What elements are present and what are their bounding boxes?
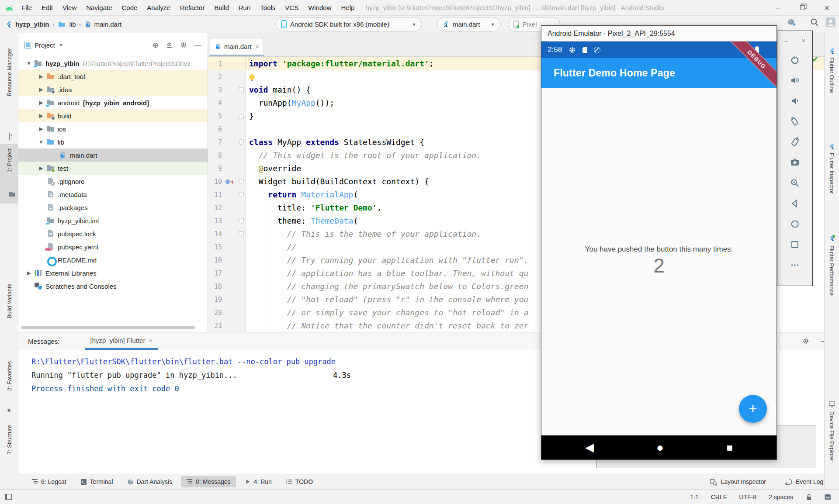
overview-icon[interactable]	[789, 239, 801, 250]
minimize-window-button[interactable]: –	[766, 0, 790, 16]
nav-back-button[interactable]: ◀	[585, 441, 594, 454]
breadcrumb-lib[interactable]: lib	[69, 21, 76, 28]
tree-item-android[interactable]: ▶android[hyzp_yibin_android]	[18, 96, 208, 109]
tree-item-test[interactable]: ▶test	[18, 162, 208, 175]
tool-button-todo[interactable]: TODO	[281, 476, 318, 487]
volume-up-icon[interactable]	[789, 75, 801, 86]
tool-button-4-run[interactable]: 4: Run	[239, 476, 277, 487]
close-tab-icon[interactable]: ×	[256, 43, 259, 50]
more-icon[interactable]	[789, 259, 801, 271]
console-command-link[interactable]: R:\Flutter\FlutterSDK\flutter\bin\flutte…	[31, 357, 233, 366]
tool-button-6-logcat[interactable]: 6: Logcat	[26, 476, 72, 487]
caret-position[interactable]: 1:1	[690, 494, 698, 501]
tool-button-structure[interactable]: 7: Structure	[6, 425, 12, 454]
menu-refactor[interactable]: Refactor	[175, 4, 210, 11]
tool-button-favorites[interactable]: 2: Favorites	[6, 361, 12, 391]
tool-button-dart-analysis[interactable]: Dart Analysis	[122, 476, 178, 487]
fold-marker-icon[interactable]	[239, 87, 244, 93]
collapse-all-icon[interactable]	[166, 42, 173, 48]
increment-fab-button[interactable]: +	[739, 395, 767, 423]
tree-collapsed-arrow-icon[interactable]: ▶	[36, 73, 46, 79]
screenshot-icon[interactable]	[789, 157, 801, 168]
tree-collapsed-arrow-icon[interactable]: ▶	[24, 270, 34, 276]
tool-button-event-log[interactable]: Event Log	[785, 478, 823, 485]
tool-button-project-active[interactable]: 1: Project	[0, 144, 18, 204]
tree-collapsed-arrow-icon[interactable]: ▶	[36, 165, 46, 171]
emulator-close-button[interactable]: ×	[802, 37, 806, 44]
emulator-screen[interactable]: DEBUG 2:58 Flutter Demo Home Page You ha…	[541, 41, 777, 459]
menu-analyze[interactable]: Analyze	[142, 4, 175, 11]
unlocked-padlock-icon[interactable]	[805, 494, 812, 501]
nav-overview-button[interactable]: ■	[726, 442, 733, 454]
tree-item-pubspec.lock[interactable]: pubspec.lock	[18, 227, 208, 240]
tree-item-lib[interactable]: ▼lib	[18, 135, 208, 148]
fold-marker-icon[interactable]	[239, 231, 244, 237]
override-marker-icon[interactable]	[225, 180, 230, 184]
tree-item-hyzp_yibin[interactable]: ▼hyzp_yibinR:\FlutterProject\FlutterProj…	[18, 57, 208, 70]
menu-code[interactable]: Code	[117, 4, 142, 11]
tree-item-ios[interactable]: ▶ios	[18, 122, 208, 135]
tree-item-.gitignore[interactable]: .gitignore	[18, 175, 208, 188]
menu-tools[interactable]: Tools	[255, 4, 280, 11]
favorites-star-icon[interactable]: ★	[6, 407, 12, 413]
profile-avatar-icon[interactable]	[826, 17, 836, 27]
rotate-left-icon[interactable]	[789, 116, 801, 127]
tool-button-build-variants[interactable]: Build Variants	[6, 284, 12, 318]
tree-collapsed-arrow-icon[interactable]: ▶	[36, 113, 46, 119]
tree-item-pubspec.yaml[interactable]: YMLpubspec.yaml	[18, 240, 208, 253]
tree-collapsed-arrow-icon[interactable]: ▶	[36, 86, 46, 93]
tree-item-External Libraries[interactable]: ▶External Libraries	[18, 266, 208, 280]
flutter-outline-icon[interactable]	[829, 48, 835, 55]
tool-button-flutter-inspector[interactable]: Flutter Inspector	[829, 153, 835, 194]
fold-marker-icon[interactable]	[239, 139, 244, 145]
menu-build[interactable]: Build	[209, 4, 233, 11]
project-view-selector[interactable]: Project	[35, 41, 55, 49]
settings-gear-icon[interactable]	[802, 338, 809, 345]
tree-item-.metadata[interactable]: .metadata	[18, 188, 208, 201]
tree-item-README.md[interactable]: README.md	[18, 253, 208, 266]
tool-button-flutter-performance[interactable]: Flutter Performance	[829, 245, 835, 296]
resource-manager-icon[interactable]	[9, 133, 10, 141]
tree-item-main.dart[interactable]: main.dart	[18, 148, 208, 162]
zoom-icon[interactable]	[789, 177, 801, 189]
menu-file[interactable]: File	[17, 4, 37, 11]
menu-help[interactable]: Help	[336, 4, 360, 11]
tree-item-.dart_tool[interactable]: ▶.dart_tool	[18, 70, 208, 83]
editor-tab-main-dart[interactable]: main.dart ×	[210, 38, 264, 56]
run-configuration-dropdown[interactable]: main.dart ▼	[437, 17, 501, 31]
back-icon[interactable]	[789, 198, 801, 209]
search-everywhere-icon[interactable]	[810, 18, 819, 27]
fold-marker-icon[interactable]	[239, 179, 244, 185]
tree-item-build[interactable]: ▶build	[18, 109, 208, 122]
home-icon[interactable]	[789, 218, 801, 230]
horizontal-scrollbar[interactable]	[21, 326, 195, 329]
hide-panel-icon[interactable]: —	[194, 41, 201, 49]
flutter-inspector-icon[interactable]	[829, 143, 835, 150]
tree-collapsed-arrow-icon[interactable]: ▶	[36, 100, 46, 106]
nav-home-button[interactable]: ●	[656, 441, 664, 455]
close-tab-icon[interactable]: ×	[149, 337, 153, 344]
tool-button-0-messages[interactable]: 0: Messages	[181, 476, 236, 487]
messages-tab-flutter[interactable]: [hyzp_yibin] Flutter ×	[85, 332, 158, 350]
menu-vcs[interactable]: VCS	[280, 4, 303, 11]
indent-setting[interactable]: 2 spaces	[769, 494, 793, 501]
emulator-minimize-button[interactable]: –	[784, 37, 788, 44]
tool-button-flutter-outline[interactable]: Flutter Outline	[829, 57, 835, 93]
tool-button-terminal[interactable]: Terminal	[75, 476, 118, 487]
volume-down-icon[interactable]	[789, 95, 801, 107]
tool-window-toggle-icon[interactable]	[5, 494, 12, 500]
intention-bulb-icon[interactable]	[249, 74, 255, 80]
fold-marker-icon[interactable]	[239, 113, 244, 119]
tree-collapsed-arrow-icon[interactable]: ▶	[36, 126, 46, 132]
power-icon[interactable]	[789, 54, 801, 66]
restore-window-button[interactable]	[790, 0, 815, 16]
user-agent-icon[interactable]	[824, 494, 831, 501]
tree-item-Scratches and Consoles[interactable]: Scratches and Consoles	[18, 280, 208, 293]
tree-expanded-arrow-icon[interactable]: ▼	[36, 139, 46, 145]
device-selector-dropdown[interactable]: Android SDK built for x86 (mobile) ▼	[275, 17, 422, 31]
line-ending[interactable]: CRLF	[711, 494, 727, 501]
inspection-ok-icon[interactable]: ✔	[812, 55, 818, 64]
file-encoding[interactable]: UTF-8	[739, 494, 756, 501]
close-window-button[interactable]: ×	[815, 0, 839, 16]
tree-item-hyzp_yibin.iml[interactable]: hyzp_yibin.iml	[18, 214, 208, 227]
